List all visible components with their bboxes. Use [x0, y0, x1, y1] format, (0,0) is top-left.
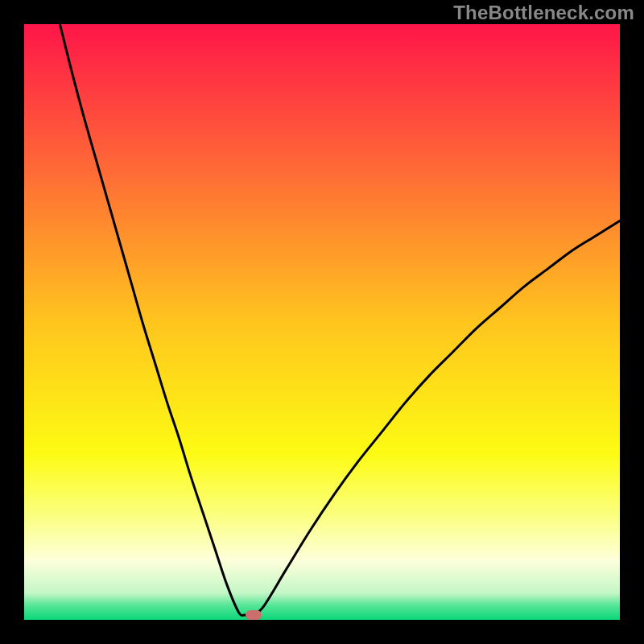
- chart-container: TheBottleneck.com: [0, 0, 644, 644]
- plot-area: [24, 24, 620, 620]
- optimal-marker: [246, 610, 262, 620]
- chart-svg: [24, 24, 620, 620]
- watermark-text: TheBottleneck.com: [453, 2, 634, 24]
- gradient-background: [24, 24, 620, 620]
